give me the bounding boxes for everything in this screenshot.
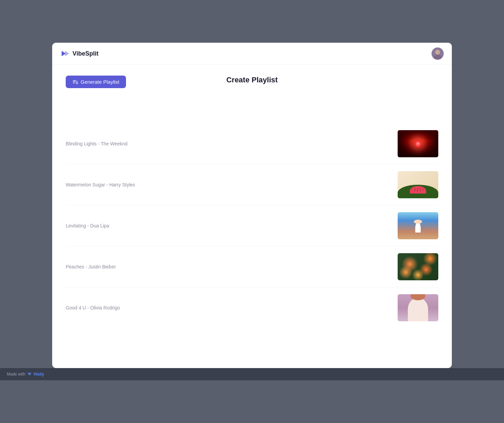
- song-title: Watermelon Sugar - Harry Styles: [66, 182, 135, 187]
- svg-rect-7: [73, 83, 75, 83]
- song-title: Blinding Lights - The Weeknd: [66, 141, 127, 146]
- song-title: Good 4 U - Olivia Rodrigo: [66, 305, 120, 310]
- svg-line-10: [77, 81, 78, 81]
- svg-marker-11: [27, 373, 31, 376]
- list-item: Watermelon Sugar - Harry Styles: [66, 164, 438, 205]
- footer-made-with: Made with: [7, 372, 25, 377]
- figure: [415, 222, 421, 233]
- song-title: Levitating - Dua Lipa: [66, 223, 109, 228]
- vibesplit-logo-icon: [60, 49, 70, 58]
- svg-rect-6: [73, 81, 76, 82]
- user-avatar[interactable]: [432, 47, 444, 60]
- main-content: Generate Playlist Create Playlist Blindi…: [52, 65, 452, 368]
- avatar-image: [432, 47, 444, 60]
- visily-logo-icon: [27, 371, 32, 377]
- list-item: Blinding Lights - The Weeknd: [66, 123, 438, 164]
- svg-point-8: [76, 82, 78, 84]
- album-art: [398, 212, 438, 239]
- svg-marker-1: [65, 51, 69, 56]
- art-glow: [414, 140, 422, 147]
- app-window: VibeSplit Generate Playlist Create Playl…: [52, 43, 452, 368]
- album-art: [398, 253, 438, 280]
- watermelon-slice: [410, 186, 426, 196]
- playlist-list: Blinding Lights - The Weeknd Watermelon …: [66, 123, 438, 328]
- person-figure: [408, 298, 428, 321]
- list-item: Peaches - Justin Bieber: [66, 246, 438, 287]
- list-item: Good 4 U - Olivia Rodrigo: [66, 287, 438, 328]
- playlist-icon: [72, 79, 78, 85]
- svg-rect-5: [73, 80, 76, 81]
- album-art: [398, 171, 438, 198]
- song-title: Peaches - Justin Bieber: [66, 264, 116, 269]
- footer-brand: Visily: [34, 372, 44, 377]
- app-name: VibeSplit: [72, 50, 99, 57]
- album-art: [398, 294, 438, 321]
- album-art: [398, 130, 438, 157]
- logo-area: VibeSplit: [60, 49, 99, 58]
- generate-playlist-label: Generate Playlist: [81, 79, 119, 85]
- list-item: Levitating - Dua Lipa: [66, 205, 438, 246]
- page-title: Create Playlist: [226, 76, 278, 84]
- peaches-bg: [398, 253, 438, 280]
- generate-playlist-button[interactable]: Generate Playlist: [66, 76, 126, 88]
- svg-point-3: [435, 50, 440, 55]
- header: VibeSplit: [52, 43, 452, 65]
- footer: Made with Visily: [0, 368, 504, 380]
